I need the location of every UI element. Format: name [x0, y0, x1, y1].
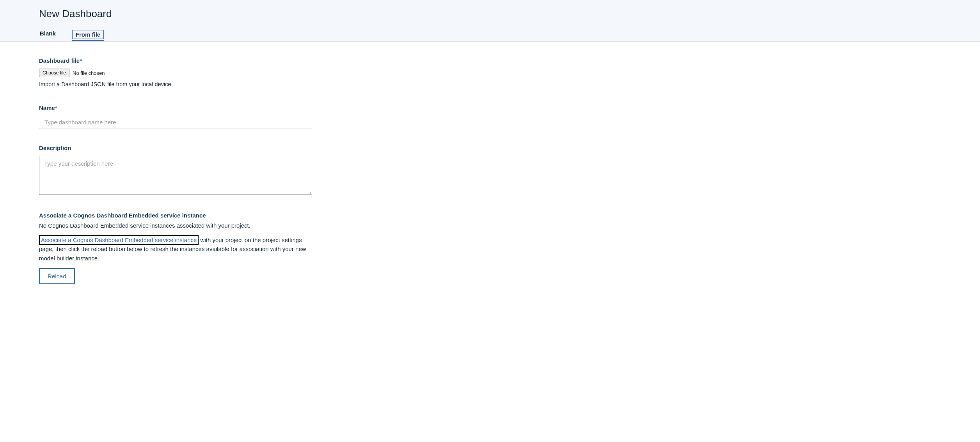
- required-indicator: *: [80, 57, 82, 64]
- name-input[interactable]: [39, 116, 312, 129]
- dashboard-file-label-text: Dashboard file: [39, 57, 80, 64]
- description-textarea[interactable]: [39, 156, 312, 195]
- file-picker-row: Choose file No file chosen: [39, 69, 312, 77]
- choose-file-button[interactable]: Choose file: [39, 69, 69, 77]
- header-region: New Dashboard Blank From file: [0, 0, 980, 42]
- dashboard-file-label: Dashboard file*: [39, 57, 312, 64]
- associate-instruction: Associate a Cognos Dashboard Embedded se…: [39, 235, 312, 263]
- file-chosen-status: No file chosen: [73, 70, 105, 76]
- page-title: New Dashboard: [39, 8, 507, 20]
- required-indicator: *: [55, 104, 57, 111]
- reload-button[interactable]: Reload: [39, 268, 75, 284]
- associate-heading: Associate a Cognos Dashboard Embedded se…: [39, 212, 312, 219]
- tab-blank[interactable]: Blank: [39, 27, 57, 41]
- tabs: Blank From file: [39, 27, 507, 41]
- associate-section: Associate a Cognos Dashboard Embedded se…: [39, 212, 312, 284]
- dashboard-file-field: Dashboard file* Choose file No file chos…: [39, 57, 312, 89]
- dashboard-file-help: Import a Dashboard JSON file from your l…: [39, 80, 312, 89]
- name-label-text: Name: [39, 104, 55, 111]
- form-region: Dashboard file* Choose file No file chos…: [0, 42, 351, 315]
- name-field: Name*: [39, 104, 312, 129]
- associate-link[interactable]: Associate a Cognos Dashboard Embedded se…: [39, 235, 199, 245]
- associate-status-line: No Cognos Dashboard Embedded service ins…: [39, 221, 312, 230]
- tab-from-file[interactable]: From file: [72, 30, 104, 39]
- name-label: Name*: [39, 104, 312, 111]
- description-label: Description: [39, 145, 312, 151]
- description-field: Description: [39, 145, 312, 196]
